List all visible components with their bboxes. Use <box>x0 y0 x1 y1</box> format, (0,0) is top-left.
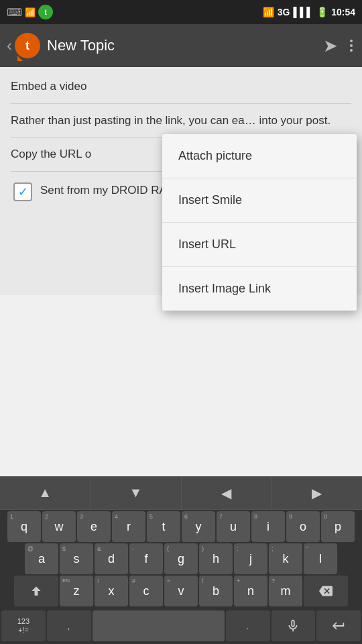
app-bar-actions: ➤ <box>323 36 355 56</box>
key-rows: 1q 2w 3e 4r 5t 6y 7u 8i 9o 0p @a $s &d -… <box>0 510 362 610</box>
shift-key[interactable] <box>14 576 58 606</box>
menu-item-insert-smile[interactable]: Insert Smile <box>162 178 357 223</box>
time-display: 10:54 <box>331 7 355 17</box>
battery-icon: 🔋 <box>316 7 328 17</box>
key-f[interactable]: -f <box>129 543 163 574</box>
back-button[interactable]: ‹ <box>7 36 12 55</box>
key-i[interactable]: 8i <box>251 511 285 542</box>
status-right: 📶 3G ▌▌▌ 🔋 10:54 <box>263 7 355 17</box>
key-n[interactable]: +n <box>234 576 267 606</box>
key-row-3: ENz !x #c =v /b +n ?m <box>1 576 361 606</box>
key-q[interactable]: 1q <box>7 511 41 542</box>
key-m[interactable]: ?m <box>269 576 302 606</box>
nav-right-key[interactable]: ▶ <box>272 476 362 509</box>
overflow-menu-button[interactable] <box>347 37 355 54</box>
dropdown-menu: Attach picture Insert Smile Insert URL I… <box>162 134 357 311</box>
menu-item-insert-image-link[interactable]: Insert Image Link <box>162 267 357 311</box>
space-key[interactable] <box>93 610 225 641</box>
key-p[interactable]: 0p <box>321 511 355 542</box>
nav-down-key[interactable]: ▼ <box>90 476 181 509</box>
signature-checkbox[interactable]: ✓ <box>13 182 32 201</box>
keyboard-bottom-row: 123+!= , . <box>0 610 362 644</box>
signal-icon: 📶 <box>25 7 36 17</box>
key-v[interactable]: =v <box>164 576 198 606</box>
signal-bars-icon: ▌▌▌ <box>293 7 313 17</box>
dot2 <box>350 44 353 47</box>
keyboard-nav-row: ▲ ▼ ◀ ▶ <box>0 476 362 510</box>
divider1 <box>11 103 351 104</box>
period-key[interactable]: . <box>226 610 270 641</box>
key-j[interactable]: :j <box>234 543 267 574</box>
menu-item-insert-url[interactable]: Insert URL <box>162 223 357 267</box>
key-row-2: @a $s &d -f (g )h :j ;k "l <box>1 543 361 574</box>
main-content: Embed a video Rather than just pasting i… <box>0 67 362 295</box>
key-s[interactable]: $s <box>60 543 93 574</box>
key-k[interactable]: ;k <box>269 543 302 574</box>
send-button[interactable]: ➤ <box>323 36 338 56</box>
key-row-1: 1q 2w 3e 4r 5t 6y 7u 8i 9o 0p <box>1 511 361 542</box>
key-x[interactable]: !x <box>95 576 128 606</box>
app-logo: t <box>15 33 40 58</box>
key-d[interactable]: &d <box>95 543 128 574</box>
content-line1: Embed a video <box>11 78 351 95</box>
network-label: 3G <box>278 7 290 17</box>
key-u[interactable]: 7u <box>217 511 250 542</box>
key-g[interactable]: (g <box>164 543 198 574</box>
key-b[interactable]: /b <box>199 576 233 606</box>
backspace-key[interactable] <box>304 576 348 606</box>
wifi-icon: 📶 <box>263 7 274 17</box>
key-t[interactable]: 5t <box>147 511 180 542</box>
page-title: New Topic <box>47 37 323 54</box>
keyboard-area: ▲ ▼ ◀ ▶ 1q 2w 3e 4r 5t 6y 7u 8i 9o 0p @a… <box>0 476 362 644</box>
status-left: ⌨ 📶 t <box>7 5 53 19</box>
key-o[interactable]: 9o <box>286 511 320 542</box>
num-key[interactable]: 123+!= <box>1 610 46 641</box>
status-bar: ⌨ 📶 t 📶 3G ▌▌▌ 🔋 10:54 <box>0 0 362 24</box>
key-a[interactable]: @a <box>25 543 58 574</box>
enter-key[interactable] <box>316 610 361 641</box>
dot3 <box>350 49 353 52</box>
app-bar: ‹ t New Topic ➤ <box>0 24 362 67</box>
nav-up-key[interactable]: ▲ <box>0 476 90 509</box>
mic-key[interactable] <box>272 610 316 641</box>
key-l[interactable]: "l <box>304 543 337 574</box>
key-z[interactable]: ENz <box>60 576 93 606</box>
key-w[interactable]: 2w <box>42 511 76 542</box>
dot1 <box>350 40 353 42</box>
nav-left-key[interactable]: ◀ <box>182 476 272 509</box>
app-notification-icon: t <box>38 5 53 19</box>
key-e[interactable]: 3e <box>77 511 111 542</box>
key-r[interactable]: 4r <box>112 511 145 542</box>
comma-key[interactable]: , <box>47 610 91 641</box>
key-h[interactable]: )h <box>199 543 233 574</box>
content-line2: Rather than just pasting in the link, yo… <box>11 112 351 129</box>
menu-item-attach-picture[interactable]: Attach picture <box>162 134 357 178</box>
key-y[interactable]: 6y <box>182 511 215 542</box>
keyboard-status-icon: ⌨ <box>7 6 22 19</box>
key-c[interactable]: #c <box>129 576 163 606</box>
